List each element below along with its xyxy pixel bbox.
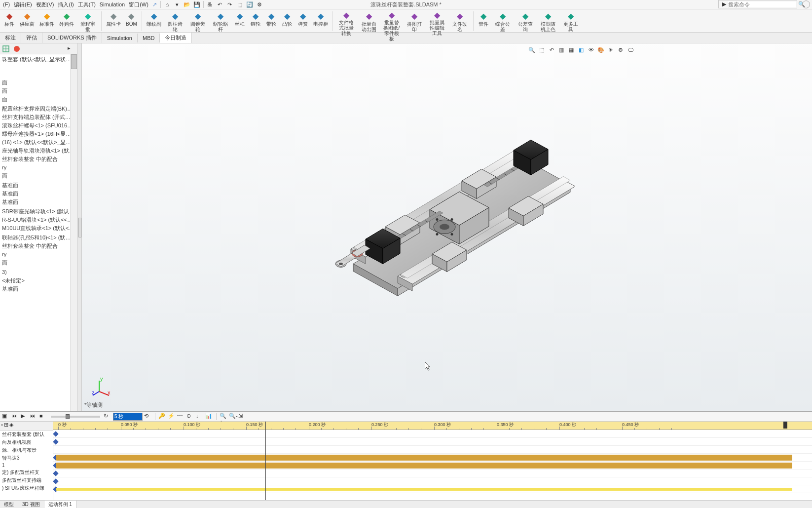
ribbon-供应商[interactable]: ◆供应商: [18, 10, 37, 32]
ribbon-文件改名[interactable]: ◆文件改名: [449, 10, 471, 32]
motion-bar[interactable]: [56, 455, 792, 461]
ribbon-属性卡[interactable]: ◆属性卡: [104, 10, 123, 32]
undo-icon[interactable]: ↶: [216, 0, 224, 8]
ribbon-综合公差[interactable]: ◆综合公差: [492, 10, 514, 32]
ribbon-圆柱齿轮[interactable]: ◆圆柱齿轮: [164, 10, 186, 32]
ribbon-标件[interactable]: ◆标件: [2, 10, 17, 32]
motion-tree-node[interactable]: 丝杆套装整套 (默认: [0, 430, 53, 438]
open-icon[interactable]: 📂: [183, 0, 191, 8]
tl-row-comp2[interactable]: [53, 477, 812, 485]
motion-tree-node[interactable]: ) SFU型滚珠丝杆螺: [0, 484, 53, 492]
options-icon[interactable]: ⚙: [255, 0, 264, 8]
timeline-playhead[interactable]: [265, 422, 266, 500]
motion-tree[interactable]: ▫ ⊞ ◈ 丝杆套装整套 (默认向及相机视图源、相机与布景转马达31定) 多配置…: [0, 422, 53, 500]
motion-tree-node[interactable]: 源、相机与布景: [0, 446, 53, 454]
calc-icon[interactable]: ▣: [2, 413, 10, 421]
tl-row-root[interactable]: [53, 430, 812, 438]
motor-icon[interactable]: ⚡: [168, 413, 176, 421]
select-icon[interactable]: ⬚: [235, 0, 244, 8]
feature-tree[interactable]: 珠整套 (默认<默认_显示状态-1>) 面面面配置丝杆支撑座固定端(BK)总装配…: [0, 54, 77, 411]
motion-tree-node[interactable]: 1: [0, 462, 53, 469]
tree-node[interactable]: 面: [1, 172, 76, 180]
timeline[interactable]: 0 秒0.050 秒0.100 秒0.150 秒0.200 秒0.250 秒0.…: [53, 422, 812, 500]
contact-icon[interactable]: ⊙: [186, 413, 194, 421]
tl-row-lights[interactable]: [53, 446, 812, 454]
redo-icon[interactable]: ↷: [225, 0, 234, 8]
tl-row-view[interactable]: [53, 438, 812, 446]
play-start-icon[interactable]: ⏮: [11, 413, 19, 421]
ribbon-流程审批[interactable]: ◆流程审批: [77, 10, 99, 32]
zoom-area-icon[interactable]: ⬚: [538, 46, 546, 54]
tree-node[interactable]: 座光轴导轨滑块滑轨<1> (默认<默: [1, 147, 76, 155]
rebuild-icon[interactable]: 🔄: [245, 0, 254, 8]
speed-slider[interactable]: [51, 416, 100, 418]
tree-node[interactable]: 3): [1, 268, 76, 276]
zoom-in-tl-icon[interactable]: 🔍+: [220, 413, 227, 421]
play-end-icon[interactable]: ⏭: [30, 413, 38, 421]
tree-node[interactable]: 丝杆支持端总装配体 (开式轴承): [1, 113, 76, 121]
menu-window[interactable]: 窗口(W): [127, 1, 150, 8]
tab-SOLIDWORKS 插件[interactable]: SOLIDWORKS 插件: [42, 33, 102, 43]
display-style-icon[interactable]: ◧: [577, 46, 585, 54]
keyframe-icon[interactable]: [53, 478, 59, 484]
result-icon[interactable]: 📊: [205, 413, 213, 421]
motion-tree-node[interactable]: 多配置丝杆支持端: [0, 476, 53, 484]
motion-tree-node[interactable]: 向及相机视图: [0, 438, 53, 446]
search-toggle-icon[interactable]: ▶: [720, 1, 728, 7]
ribbon-凸轮[interactable]: ◆凸轮: [280, 10, 295, 32]
ribbon-弹簧[interactable]: ◆弹簧: [295, 10, 310, 32]
keyframe-icon[interactable]: [53, 439, 59, 444]
tab-MBD[interactable]: MBD: [138, 34, 160, 42]
ribbon-模型随机上色[interactable]: ◆模型随机上色: [537, 10, 559, 32]
mt-tab3-icon[interactable]: ◈: [9, 422, 13, 430]
keyframe-icon[interactable]: [53, 431, 59, 436]
tree-node[interactable]: 滚珠丝杆螺母<1> (SFU01605-4<: [1, 121, 76, 130]
ribbon-更多工具[interactable]: ◆更多工具: [560, 10, 582, 32]
search-input[interactable]: [728, 1, 796, 7]
tree-node[interactable]: 面: [1, 78, 76, 87]
ribbon-批量替换图纸/零件模板[interactable]: ◆批量替换图纸/零件模板: [381, 10, 403, 32]
tree-root[interactable]: 珠整套 (默认<默认_显示状态-1>): [1, 55, 76, 64]
tree-scrollbar[interactable]: [70, 54, 77, 411]
view-settings-icon[interactable]: ⚙: [617, 46, 625, 54]
loop-icon[interactable]: ⟲: [144, 413, 152, 421]
tab-标注[interactable]: 标注: [0, 33, 21, 43]
tree-collapse-icon[interactable]: ▸: [68, 45, 75, 53]
timeline-end-marker[interactable]: [783, 422, 787, 429]
tree-tab-appearance-icon[interactable]: [13, 45, 21, 53]
menu-edit[interactable]: 编辑(E): [12, 1, 34, 8]
play-icon[interactable]: ▶: [21, 413, 29, 421]
ribbon-丝杠[interactable]: ◆丝杠: [232, 10, 247, 32]
view-orient-icon[interactable]: ▦: [567, 46, 575, 54]
prev-view-icon[interactable]: ↶: [548, 46, 555, 54]
tree-node[interactable]: R-S-UU铝滑块<1> (默认<<默认>: [1, 216, 76, 224]
search-box[interactable]: ▶ 🔍: [718, 0, 797, 8]
edit-appearance-icon[interactable]: 🎨: [597, 46, 605, 54]
tab-评估[interactable]: 评估: [21, 33, 42, 43]
ribbon-电控柜[interactable]: ◆电控柜: [311, 10, 330, 32]
ribbon-公差查询[interactable]: ◆公差查询: [515, 10, 536, 32]
ribbon-拼图打印[interactable]: ◆拼图打印: [404, 10, 425, 32]
tree-node[interactable]: 螺母座连接器<1> (16H<显示状态: [1, 130, 76, 138]
tree-node[interactable]: ry: [1, 163, 76, 172]
mt-tab2-icon[interactable]: ⊞: [4, 422, 8, 430]
tl-row-comp3[interactable]: [53, 485, 812, 493]
tree-node[interactable]: 基准面: [1, 190, 76, 198]
new-icon[interactable]: ▾: [173, 0, 182, 8]
timeline-ruler[interactable]: 0 秒0.050 秒0.100 秒0.150 秒0.200 秒0.250 秒0.…: [53, 422, 812, 430]
ribbon-链轮[interactable]: ◆链轮: [248, 10, 263, 32]
screen-icon[interactable]: 🖵: [627, 46, 634, 54]
motion-tree-node[interactable]: 定) 多配置丝杆支: [0, 469, 53, 476]
zoom-out-tl-icon[interactable]: 🔍-: [229, 413, 237, 421]
apply-scene-icon[interactable]: ☀: [607, 46, 615, 54]
tl-row-motor[interactable]: [53, 454, 812, 462]
tree-node[interactable]: 基准面: [1, 285, 76, 293]
ribbon-螺纹副[interactable]: ◆螺纹副: [145, 10, 163, 32]
tree-node[interactable]: 面: [1, 87, 76, 95]
bottom-tab-模型[interactable]: 模型: [0, 501, 18, 508]
ribbon-蜗轮蜗杆[interactable]: ◆蜗轮蜗杆: [210, 10, 231, 32]
tree-node[interactable]: <未指定>: [1, 276, 76, 285]
tl-row-comp1[interactable]: [53, 469, 812, 477]
print-icon[interactable]: 🖶: [206, 0, 215, 8]
menu-tools[interactable]: 工具(T): [76, 1, 98, 8]
